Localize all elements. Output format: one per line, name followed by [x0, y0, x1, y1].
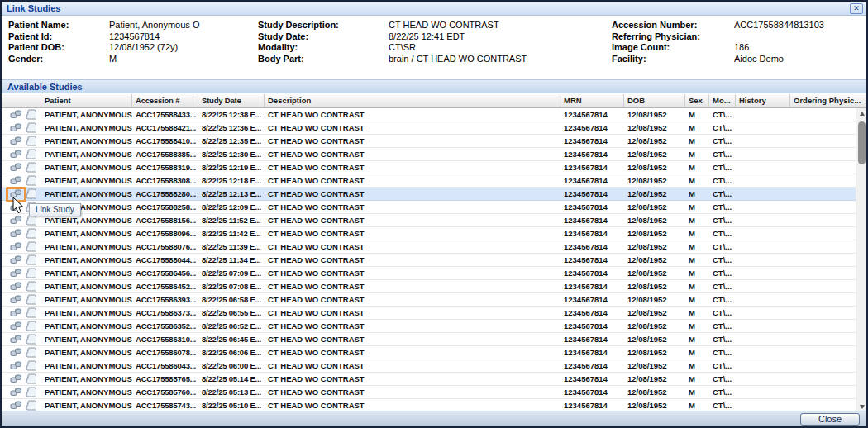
dialog-close-icon[interactable]: ✕	[850, 3, 863, 14]
link-study-icon[interactable]	[10, 347, 22, 358]
table-row[interactable]: PATIENT, ANONYMOUS O ACC175588308... 8/2…	[2, 174, 856, 188]
link-study-icon[interactable]	[10, 188, 22, 199]
cell-dob: 12/08/1952	[624, 161, 685, 174]
open-report-icon[interactable]	[25, 321, 37, 331]
link-study-icon[interactable]	[10, 254, 22, 265]
table-row[interactable]: PATIENT, ANONYMOUS O ACC175588258... 8/2…	[2, 201, 856, 214]
link-study-icon[interactable]	[10, 109, 22, 120]
cell-mrn: 1234567814	[560, 346, 624, 359]
link-study-icon[interactable]	[10, 136, 22, 146]
table-row[interactable]: PATIENT, ANONYMOUS O ACC175588156... 8/2…	[2, 214, 856, 227]
table-row[interactable]: PATIENT, ANONYMOUS O ACC175588280... 8/2…	[2, 188, 856, 201]
open-report-icon[interactable]	[25, 241, 37, 252]
table-row[interactable]: PATIENT, ANONYMOUS O ACC175588044... 8/2…	[2, 254, 856, 267]
cell-accession: ACC175588258...	[132, 201, 198, 213]
open-report-icon[interactable]	[25, 188, 37, 199]
link-study-icon[interactable]	[10, 360, 22, 371]
cell-mrn: 1234567814	[560, 227, 624, 240]
table-row[interactable]: PATIENT, ANONYMOUS O ACC175586310... 8/2…	[2, 333, 856, 346]
table-row[interactable]: PATIENT, ANONYMOUS O ACC175586373... 8/2…	[2, 307, 856, 320]
link-study-icon[interactable]	[10, 268, 22, 278]
table-row[interactable]: PATIENT, ANONYMOUS O ACC175586452... 8/2…	[2, 280, 856, 293]
scrollbar-up-icon[interactable]	[856, 108, 867, 119]
column-header-modality[interactable]: Mo...	[709, 94, 736, 107]
open-report-icon[interactable]	[25, 122, 37, 133]
column-header-dob[interactable]: DOB	[624, 94, 685, 107]
cell-sex: M	[685, 307, 709, 319]
open-report-icon[interactable]	[25, 136, 37, 146]
cell-patient: PATIENT, ANONYMOUS O	[41, 320, 132, 332]
link-study-icon[interactable]	[10, 387, 22, 397]
link-study-icon[interactable]	[10, 294, 22, 305]
table-row[interactable]: PATIENT, ANONYMOUS O ACC175588319... 8/2…	[2, 161, 856, 174]
table-row[interactable]: PATIENT, ANONYMOUS O ACC175585760... 8/2…	[2, 386, 856, 399]
cell-dob: 12/08/1952	[624, 214, 685, 226]
link-study-icon[interactable]	[10, 241, 22, 252]
link-study-icon[interactable]	[10, 122, 22, 133]
open-report-icon[interactable]	[25, 162, 37, 173]
open-report-icon[interactable]	[25, 294, 37, 305]
open-report-icon[interactable]	[25, 268, 37, 278]
table-row[interactable]: PATIENT, ANONYMOUS O ACC175586078... 8/2…	[2, 346, 856, 359]
table-row[interactable]: PATIENT, ANONYMOUS O ACC175588076... 8/2…	[2, 240, 856, 254]
table-row[interactable]: PATIENT, ANONYMOUS O ACC175588096... 8/2…	[2, 227, 856, 240]
open-report-icon[interactable]	[25, 281, 37, 292]
column-header-patient[interactable]: Patient	[41, 94, 132, 107]
cell-history	[736, 161, 790, 174]
table-row[interactable]: PATIENT, ANONYMOUS O ACC175586352... 8/2…	[2, 320, 856, 333]
open-report-icon[interactable]	[25, 400, 37, 411]
link-study-icon[interactable]	[10, 149, 22, 159]
table-row[interactable]: PATIENT, ANONYMOUS O ACC175586456... 8/2…	[2, 267, 856, 280]
link-study-icon[interactable]	[10, 175, 22, 186]
column-header-mrn[interactable]: MRN	[560, 94, 624, 107]
open-report-icon[interactable]	[25, 109, 37, 120]
table-row[interactable]: PATIENT, ANONYMOUS O ACC175586043... 8/2…	[2, 359, 856, 373]
scrollbar-thumb[interactable]	[858, 121, 866, 164]
open-report-icon[interactable]	[25, 307, 37, 318]
dialog-title: Link Studies	[7, 3, 60, 13]
link-study-icon[interactable]	[10, 400, 22, 411]
cell-dob: 12/08/1952	[624, 240, 685, 253]
open-report-icon[interactable]	[25, 149, 37, 159]
cell-ordering-physician	[790, 227, 856, 240]
open-report-icon[interactable]	[25, 373, 37, 384]
open-report-icon[interactable]	[25, 360, 37, 371]
link-study-icon[interactable]	[10, 215, 22, 226]
cell-mrn: 1234567814	[560, 214, 624, 226]
open-report-icon[interactable]	[25, 334, 37, 345]
available-studies-title: Available Studies	[7, 82, 83, 92]
column-header-sex[interactable]: Sex	[685, 94, 709, 107]
link-study-icon[interactable]	[10, 307, 22, 318]
open-report-icon[interactable]	[25, 254, 37, 265]
table-row[interactable]: PATIENT, ANONYMOUS O ACC175586393... 8/2…	[2, 293, 856, 307]
column-header-study-date[interactable]: Study Date	[198, 94, 265, 107]
cell-accession: ACC175588156...	[132, 214, 198, 226]
column-header-history[interactable]: History	[736, 94, 790, 107]
column-header-description[interactable]: Description	[265, 94, 560, 107]
link-study-icon[interactable]	[10, 281, 22, 292]
close-button[interactable]: Close	[800, 413, 860, 426]
table-row[interactable]: PATIENT, ANONYMOUS O ACC175588385... 8/2…	[2, 148, 856, 161]
cell-history	[736, 346, 790, 359]
open-report-icon[interactable]	[25, 175, 37, 186]
link-study-icon[interactable]	[10, 162, 22, 173]
cell-modality: CT\...	[709, 121, 736, 134]
link-study-icon[interactable]	[10, 334, 22, 345]
link-study-icon[interactable]	[10, 373, 22, 384]
open-report-icon[interactable]	[25, 347, 37, 358]
table-row[interactable]: PATIENT, ANONYMOUS O ACC175588421... 8/2…	[2, 121, 856, 135]
cell-dob: 12/08/1952	[624, 121, 685, 134]
table-row[interactable]: PATIENT, ANONYMOUS O ACC175588433... 8/2…	[2, 108, 856, 121]
table-row[interactable]: PATIENT, ANONYMOUS O ACC175585765... 8/2…	[2, 373, 856, 386]
link-study-icon[interactable]	[10, 202, 22, 212]
link-study-icon[interactable]	[10, 228, 22, 239]
link-study-icon[interactable]	[10, 321, 22, 331]
open-report-icon[interactable]	[25, 387, 37, 397]
column-header-ordering-physician[interactable]: Ordering Physic...	[790, 94, 866, 107]
link-study-tooltip: Link Study	[29, 203, 81, 216]
table-row[interactable]: PATIENT, ANONYMOUS O ACC175588410... 8/2…	[2, 135, 856, 148]
column-header-accession[interactable]: Accession #	[132, 94, 198, 107]
cell-study-date: 8/22/25 06:52 E...	[198, 320, 265, 332]
vertical-scrollbar[interactable]	[856, 108, 866, 412]
open-report-icon[interactable]	[25, 228, 37, 239]
